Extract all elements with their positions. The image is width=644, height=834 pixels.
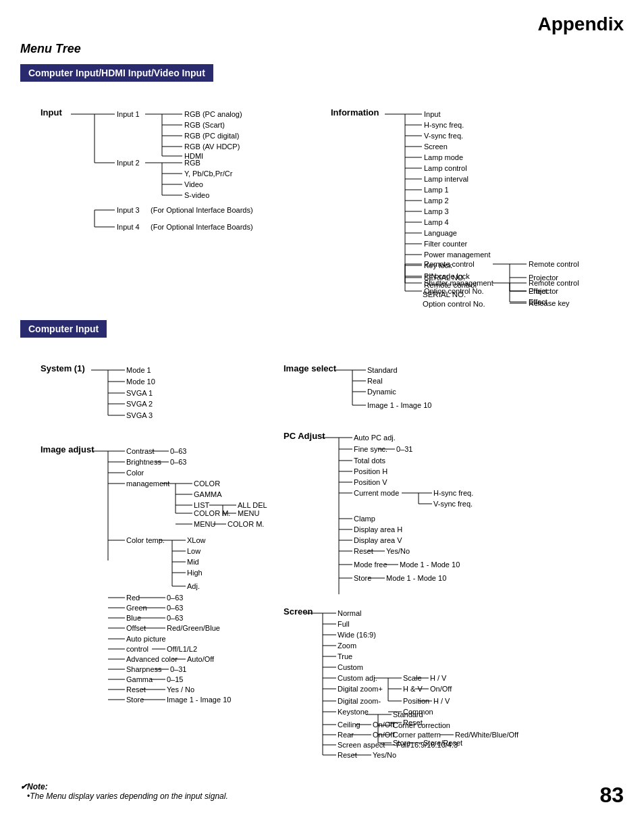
screen-true: True: [338, 652, 352, 660]
screen-aspect: Screen aspect: [338, 741, 385, 749]
display-h: Display area H: [354, 525, 402, 533]
rgb2: RGB: [184, 159, 200, 167]
store-ia-range: Image 1 - Image 10: [167, 696, 231, 704]
screen-normal: Normal: [338, 609, 361, 617]
mode10: Mode 10: [126, 377, 155, 386]
keystone-standard: Standard: [393, 710, 423, 719]
is-image: Image 1 - Image 10: [367, 401, 431, 409]
fine-sync-range: 0–31: [396, 445, 412, 453]
screen-zoom: Zoom: [338, 642, 356, 650]
info-serial: SERIAL NO.: [424, 273, 465, 282]
bottom-tree-svg: System (1) Mode 1 Mode 10 SVGA 1 SVGA 2 …: [20, 351, 628, 770]
corner-correction: Corner correction: [393, 721, 450, 729]
rgb-pc-digital: RGB (PC digital): [184, 132, 239, 140]
info-lamp2: Lamp 2: [424, 197, 449, 205]
color-mgmt-list: LIST: [194, 501, 210, 509]
section1-header: Computer Input/HDMI Input/Video Input: [20, 64, 213, 82]
remote-control-sub: Remote control: [529, 260, 579, 268]
input4-note: (For Optional Interface Boards): [151, 223, 253, 231]
store-pc-range: Mode 1 - Mode 10: [386, 574, 446, 582]
low: Low: [187, 547, 200, 555]
note-section: ✔Note: •The Menu display varies dependin…: [20, 782, 624, 801]
info-extra-svg: Remote control SERIAL NO. Option control…: [20, 257, 628, 311]
note-text: •The Menu display varies depending on th…: [27, 791, 228, 801]
rear-onoff: On/Off: [373, 731, 395, 739]
screen-label: Screen: [284, 606, 313, 617]
screen-aspect-range: Full/16:9/16:10/4:3: [396, 741, 458, 749]
corner-pattern-colors: Red/White/Blue/Off: [455, 731, 519, 739]
ceiling-onoff: On/Off: [373, 721, 395, 729]
info-lamp4: Lamp 4: [424, 218, 449, 226]
xlow: XLow: [187, 536, 206, 544]
s-video: S-video: [184, 191, 209, 199]
release-key: Release key: [529, 299, 570, 307]
scale-hv: H / V: [430, 674, 447, 682]
menu-tree-title: Menu Tree: [20, 42, 624, 56]
screen-full: Full: [338, 620, 350, 628]
position-v: Position V: [354, 478, 387, 486]
contrast-range: 0–63: [170, 447, 186, 455]
h-sync-freq: H-sync freq.: [433, 489, 473, 497]
info-filter: Filter counter: [424, 240, 468, 248]
digital-zoom-plus: Digital zoom+: [338, 685, 383, 693]
rgb-av-hdcp: RGB (AV HDCP): [184, 142, 240, 151]
auto-pc: Auto PC adj.: [354, 434, 396, 442]
info-lamp-mode: Lamp mode: [424, 153, 463, 161]
information-label: Information: [331, 107, 379, 118]
info-lamp-interval: Lamp interval: [424, 175, 468, 183]
mode-free: Mode free: [354, 561, 387, 569]
position-hv: H / V: [433, 697, 450, 705]
gamma-range: 0–15: [167, 675, 183, 683]
input1-label: Input 1: [117, 110, 140, 118]
clamp: Clamp: [354, 515, 375, 523]
blue-range: 0–63: [167, 614, 183, 622]
mode-free-range: Mode 1 - Mode 10: [400, 561, 460, 569]
color-label: Color: [126, 469, 144, 477]
offset-range: Red/Green/Blue: [167, 624, 220, 632]
page-number: 83: [599, 783, 624, 808]
input-label: Input: [41, 107, 62, 118]
mid: Mid: [187, 558, 199, 566]
info-last-rows: Remote control SERIAL NO. Option control…: [20, 257, 624, 313]
svga3: SVGA 3: [126, 411, 153, 419]
contrast: Contrast: [126, 447, 155, 455]
off-l1-l2: Off/L1/L2: [167, 645, 197, 653]
color-m2: COLOR M.: [227, 520, 264, 528]
info-input: Input: [424, 110, 440, 118]
auto-off: Auto/Off: [187, 655, 215, 663]
is-standard: Standard: [367, 366, 398, 374]
is-real: Real: [367, 377, 383, 385]
adj: Adj.: [187, 582, 200, 590]
is-dynamic: Dynamic: [367, 388, 396, 396]
display-v: Display area V: [354, 536, 402, 544]
reset-screen-range: Yes/No: [373, 751, 396, 759]
store-ia: Store: [126, 696, 144, 704]
position-h: Position H: [354, 467, 387, 475]
info-language: Language: [424, 229, 457, 237]
info-vsync: V-sync freq.: [424, 132, 463, 140]
page-container: Appendix Menu Tree Computer Input/HDMI I…: [0, 0, 644, 821]
section2-header: Computer Input: [20, 320, 107, 338]
offset: Offset: [126, 624, 146, 632]
brightness-range: 0–63: [170, 458, 186, 466]
mode1: Mode 1: [126, 366, 151, 374]
appendix-title: Appendix: [537, 14, 624, 35]
image-select-label: Image select: [284, 363, 337, 373]
all-del: ALL DEL: [238, 501, 267, 509]
image-adjust-label: Image adjust: [41, 444, 95, 454]
note-title: ✔Note:: [20, 782, 48, 791]
red: Red: [126, 594, 140, 602]
on-off1: On/Off: [430, 685, 452, 693]
info-remote-control2: Remote control: [424, 260, 475, 268]
menu-label: MENU: [238, 509, 259, 517]
pc-adjust-label: PC Adjust: [284, 431, 325, 441]
svga1: SVGA 1: [126, 389, 153, 397]
effect-sub: Effect: [529, 287, 547, 295]
svga2: SVGA 2: [126, 400, 153, 408]
input3-note: (For Optional Interface Boards): [151, 206, 253, 214]
reset-ia-range: Yes / No: [167, 685, 194, 694]
sharpness-range: 0–31: [170, 665, 186, 673]
green-range: 0–63: [167, 604, 183, 612]
system1-label: System (1): [41, 363, 85, 373]
total-dots: Total dots: [354, 457, 386, 465]
